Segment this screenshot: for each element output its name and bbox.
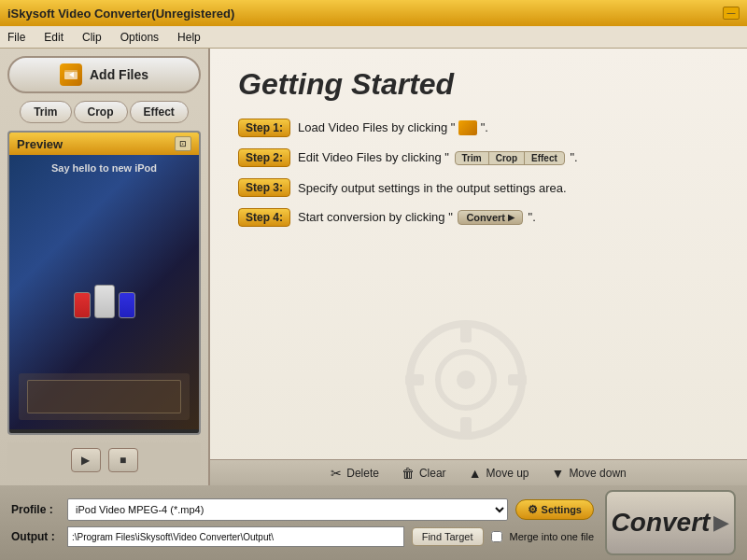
stop-button[interactable]: ■ (108, 448, 138, 472)
clear-button[interactable]: 🗑 Clear (402, 466, 446, 481)
move-up-label: Move up (486, 467, 529, 480)
minimize-button[interactable]: — (723, 7, 740, 20)
edit-buttons-group: Trim Crop Effect (7, 101, 201, 123)
title-controls: — (723, 7, 740, 20)
step-3-badge: Step 3: (238, 178, 290, 197)
add-files-button[interactable]: Add Files (7, 56, 201, 93)
settings-bar: Profile : iPod Video MPEG-4 (*.mp4) ⚙ Se… (0, 485, 747, 560)
menu-file[interactable]: File (4, 29, 29, 46)
add-files-icon (60, 63, 82, 86)
svg-rect-8 (405, 374, 424, 385)
step-4-row: Step 4: Start conversion by clicking " C… (238, 208, 719, 227)
playback-controls: ▶ ■ (7, 442, 201, 478)
move-down-button[interactable]: ▼ Move down (552, 466, 627, 481)
output-row: Output : Find Target Merge into one file (11, 526, 594, 547)
step-2-badge: Step 2: (238, 148, 290, 167)
settings-btn-label: Settings (542, 504, 582, 515)
convert-arrow-icon: ▶ (713, 511, 729, 535)
film-watermark (401, 319, 531, 441)
move-up-button[interactable]: ▲ Move up (469, 466, 529, 481)
preview-header: Preview ⊡ (9, 133, 199, 155)
film-strip (19, 373, 190, 420)
preview-window-button[interactable]: ⊡ (175, 136, 191, 151)
preview-panel: Preview ⊡ Say hello to new iPod (7, 131, 201, 435)
svg-point-5 (457, 371, 475, 389)
output-label: Output : (11, 530, 60, 543)
film-frame (27, 380, 181, 413)
svg-rect-7 (460, 417, 472, 436)
right-panel: Getting Started Step 1: Load Video Files… (210, 49, 747, 485)
preview-content: Say hello to new iPod (9, 155, 199, 429)
ipod-red (74, 292, 91, 318)
output-path-input[interactable] (67, 526, 404, 547)
step-1-badge: Step 1: (238, 119, 290, 137)
delete-icon: ✂ (331, 466, 342, 481)
ipod-blue (119, 292, 135, 318)
svg-rect-6 (460, 324, 472, 343)
menu-edit[interactable]: Edit (40, 29, 67, 46)
convert-button[interactable]: Convert ▶ (605, 490, 736, 555)
step-2-row: Step 2: Edit Video Files by clicking " T… (238, 148, 719, 167)
settings-button[interactable]: ⚙ Settings (515, 499, 594, 520)
profile-row: Profile : iPod Video MPEG-4 (*.mp4) ⚙ Se… (11, 498, 594, 521)
inline-effect-btn: Effect (525, 152, 564, 164)
preview-ipod-text: Say hello to new iPod (9, 162, 199, 174)
svg-rect-9 (508, 374, 527, 385)
add-icon-inline (458, 120, 477, 135)
inline-edit-buttons: Trim Crop Effect (455, 151, 565, 165)
ipod-white (94, 285, 115, 318)
action-bar: ✂ Delete 🗑 Clear ▲ Move up ▼ Move down (210, 459, 747, 485)
convert-label: Convert (612, 508, 711, 538)
steps-container: Step 1: Load Video Files by clicking " "… (238, 119, 719, 227)
trim-button[interactable]: Trim (20, 101, 71, 123)
clear-label: Clear (419, 467, 446, 480)
delete-label: Delete (346, 467, 379, 480)
settings-gear-icon: ⚙ (528, 503, 538, 516)
step-1-row: Step 1: Load Video Files by clicking " "… (238, 119, 719, 137)
preview-image: Say hello to new iPod (9, 155, 199, 429)
step-3-row: Step 3: Specify output settings in the o… (238, 178, 719, 197)
clear-icon: 🗑 (402, 466, 415, 481)
settings-left: Profile : iPod Video MPEG-4 (*.mp4) ⚙ Se… (11, 498, 594, 547)
app-title: iSkysoft Video Converter(Unregistered) (7, 7, 234, 21)
menu-clip[interactable]: Clip (78, 29, 106, 46)
menu-bar: File Edit Clip Options Help (0, 26, 747, 49)
move-up-icon: ▲ (469, 466, 482, 481)
step-2-text: Edit Video Files by clicking " Trim Crop… (298, 150, 578, 165)
getting-started-section: Getting Started Step 1: Load Video Files… (210, 49, 747, 459)
delete-button[interactable]: ✂ Delete (331, 466, 379, 481)
crop-button[interactable]: Crop (74, 101, 128, 123)
add-files-label: Add Files (90, 67, 148, 82)
menu-help[interactable]: Help (174, 29, 204, 46)
merge-checkbox[interactable] (491, 531, 502, 542)
title-bar: iSkysoft Video Converter(Unregistered) — (0, 0, 747, 26)
merge-label: Merge into one file (510, 531, 595, 542)
preview-title: Preview (17, 137, 63, 151)
find-target-button[interactable]: Find Target (412, 527, 484, 546)
inline-crop-btn: Crop (489, 152, 525, 164)
step-3-text: Specify output settings in the output se… (298, 181, 567, 195)
step-1-text: Load Video Files by clicking " ". (298, 120, 488, 136)
step-4-badge: Step 4: (238, 208, 290, 227)
inline-convert-btn: Convert (458, 210, 523, 225)
move-down-label: Move down (569, 467, 626, 480)
profile-select[interactable]: iPod Video MPEG-4 (*.mp4) (67, 498, 508, 521)
inline-trim-btn: Trim (456, 152, 489, 164)
left-panel: Add Files Trim Crop Effect Preview ⊡ Say… (0, 49, 210, 485)
play-button[interactable]: ▶ (71, 448, 101, 472)
step-4-text: Start conversion by clicking " Convert "… (298, 210, 536, 225)
menu-options[interactable]: Options (117, 29, 162, 46)
ipod-silhouette (74, 285, 135, 318)
main-container: Add Files Trim Crop Effect Preview ⊡ Say… (0, 49, 747, 485)
profile-label: Profile : (11, 503, 60, 516)
effect-button[interactable]: Effect (130, 101, 189, 123)
getting-started-title: Getting Started (238, 67, 719, 102)
move-down-icon: ▼ (552, 466, 565, 481)
